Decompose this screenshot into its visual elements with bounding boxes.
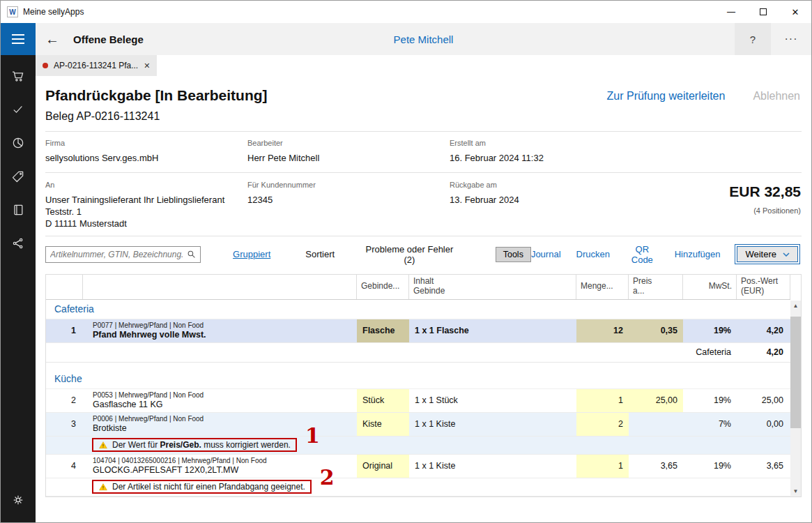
app-window: W Meine sellyApps — ✕ [0, 0, 812, 523]
article-description: P0053 | Mehrweg/Pfand | Non Food Gasflas… [83, 389, 357, 412]
left-nav-rail [1, 23, 36, 522]
qr-code-link[interactable]: QR Code [625, 244, 659, 265]
field-kundennummer: Für Kundennummer 12345 [247, 181, 450, 229]
preis-cell[interactable]: 0,35 [629, 319, 683, 342]
back-button[interactable]: ← [45, 31, 59, 47]
document-tab[interactable]: AP-0216-113241 Pfa... ✕ [36, 55, 157, 76]
sidebar-item-settings[interactable] [1, 483, 36, 517]
menge-cell[interactable]: 1 [576, 455, 629, 478]
gebinde-cell[interactable]: Original [357, 455, 409, 478]
warning-message: Der Wert für Preis/Geb. muss korrigiert … [92, 438, 297, 452]
table-scrollbar[interactable]: ▲ ▼ [790, 301, 801, 497]
search-input[interactable] [46, 250, 187, 259]
inhalt-cell: 1 x 1 Stück [409, 389, 576, 412]
sidebar-item-share[interactable] [1, 227, 36, 260]
grouped-view-link[interactable]: Gruppiert [233, 249, 270, 259]
scrollbar-thumb[interactable] [790, 317, 801, 428]
help-button[interactable]: ? [735, 23, 771, 55]
warning-row: Der Artikel ist nicht für einen Pfandabg… [46, 478, 790, 497]
hamburger-menu-button[interactable] [1, 23, 36, 55]
field-value: sellysolutions Serv.ges.mbH [45, 152, 247, 164]
scroll-down-icon[interactable]: ▼ [790, 486, 801, 497]
document-title: Pfandrückgabe [In Bearbeitung] [45, 87, 268, 104]
pie-chart-icon [11, 136, 25, 150]
preis-cell[interactable]: 25,00 [629, 389, 683, 412]
reject-button[interactable]: Ablehnen [753, 90, 800, 103]
preis-cell[interactable]: 3,65 [629, 455, 683, 478]
minimize-button[interactable]: — [715, 1, 747, 23]
meta-fields-row-1: Firma sellysolutions Serv.ges.mbH Bearbe… [45, 139, 802, 164]
tab-close-icon[interactable]: ✕ [144, 61, 150, 70]
row-number: 4 [46, 455, 83, 478]
col-inhalt-gebinde[interactable]: Inhalt Gebinde [409, 275, 576, 299]
gebinde-cell[interactable]: Flasche [357, 319, 409, 342]
gebinde-cell[interactable]: Kiste [357, 413, 409, 436]
scrollbar-track[interactable] [790, 311, 801, 486]
sidebar-item-prices[interactable] [1, 160, 36, 193]
col-preis[interactable]: Preis a... [629, 275, 683, 299]
article-name: Brotkiste [93, 423, 127, 433]
table-row[interactable]: 3 P0006 | Mehrweg/Pfand | Non Food Brotk… [46, 413, 790, 437]
more-options-button[interactable]: ··· [771, 23, 811, 55]
gebinde-cell[interactable]: Stück [357, 389, 409, 412]
inhalt-cell: 1 x 1 Kiste [409, 413, 576, 436]
forward-for-review-button[interactable]: Zur Prüfung weiterleiten [607, 90, 726, 103]
app-header: ← Offene Belege Pete Mitchell ? ··· [36, 23, 811, 55]
field-rueckgabe-am: Rückgabe am 13. Februar 2024 [450, 181, 659, 229]
article-description: P0077 | Mehrweg/Pfand | Non Food Pfand M… [83, 319, 357, 342]
sidebar-item-reports[interactable] [1, 126, 36, 160]
col-pos-wert[interactable]: Pos.-Wert (EUR) [737, 275, 790, 299]
table-row[interactable]: 4 104704 | 04013265000216 | Mehrweg/Pfan… [46, 455, 790, 478]
titlebar: W Meine sellyApps — ✕ [1, 1, 811, 23]
price-tag-icon [11, 169, 25, 183]
warning-triangle-icon [98, 483, 108, 492]
menge-cell[interactable]: 2 [576, 413, 629, 436]
page-title: Offene Belege [73, 33, 144, 45]
sidebar-item-cart[interactable] [1, 59, 36, 93]
inhalt-cell: 1 x 1 Kiste [409, 455, 576, 478]
col-menge[interactable]: Menge... [576, 275, 629, 299]
maximize-button[interactable] [747, 1, 779, 23]
article-search-box [45, 246, 201, 263]
menge-cell[interactable]: 12 [576, 319, 629, 342]
journal-link[interactable]: Journal [531, 249, 561, 259]
menge-cell[interactable]: 1 [576, 389, 629, 412]
share-network-icon [11, 236, 25, 250]
field-label: Erstellt am [450, 139, 802, 147]
problems-filter-link[interactable]: Probleme oder Fehler (2) [364, 244, 455, 265]
table-row[interactable]: 2 P0053 | Mehrweg/Pfand | Non Food Gasfl… [46, 389, 790, 413]
table-header-row: Gebinde... Inhalt Gebinde Menge... Preis… [46, 275, 790, 300]
row-number: 1 [46, 319, 83, 342]
search-icon [187, 250, 196, 259]
sidebar-item-tasks[interactable] [1, 93, 36, 126]
scroll-up-icon[interactable]: ▲ [790, 301, 801, 311]
article-name: Pfand Mehrweg volle Mwst. [93, 330, 206, 340]
col-gebinde[interactable]: Gebinde... [357, 275, 409, 299]
tab-label: AP-0216-113241 Pfa... [54, 61, 138, 70]
close-button[interactable]: ✕ [779, 1, 811, 23]
field-value: 13. Februar 2024 [450, 194, 659, 206]
col-num [46, 275, 83, 299]
meta-fields-row-2: An Unser Trainingslieferant Ihr Liebling… [45, 181, 802, 229]
tools-button[interactable]: Tools [496, 247, 531, 262]
sorted-view-link[interactable]: Sortiert [305, 249, 335, 259]
inhalt-cell: 1 x 1 Flasche [409, 319, 576, 342]
article-meta: P0006 | Mehrweg/Pfand | Non Food [93, 415, 204, 423]
field-label: Rückgabe am [450, 181, 659, 189]
table-row[interactable]: 1 P0077 | Mehrweg/Pfand | Non Food Pfand… [46, 319, 790, 343]
field-label: Bearbeiter [247, 139, 450, 147]
more-actions-dropdown[interactable]: Weitere [737, 246, 798, 262]
field-label: Für Kundennummer [247, 181, 450, 189]
chevron-down-icon [783, 252, 790, 257]
preis-cell[interactable] [629, 413, 683, 436]
add-link[interactable]: Hinzufügen [675, 249, 721, 259]
col-mwst[interactable]: MwSt. [683, 275, 737, 299]
group-header-cafeteria: Cafeteria [46, 300, 790, 319]
article-description: 104704 | 04013265000216 | Mehrweg/Pfand … [83, 455, 357, 478]
article-meta: 104704 | 04013265000216 | Mehrweg/Pfand … [93, 457, 267, 464]
group-spacer [46, 363, 790, 370]
print-link[interactable]: Drucken [576, 249, 610, 259]
sidebar-item-journal[interactable] [1, 193, 36, 227]
col-description [83, 275, 357, 299]
tab-strip: AP-0216-113241 Pfa... ✕ [36, 55, 811, 76]
